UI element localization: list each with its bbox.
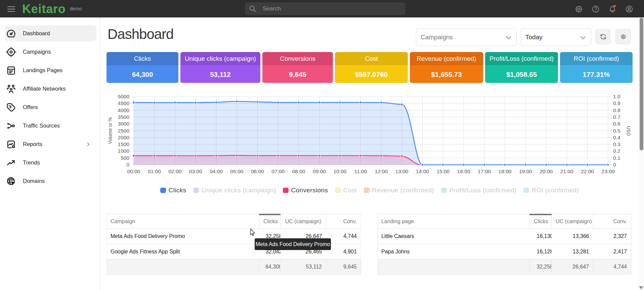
svg-text:16:00: 16:00 xyxy=(457,168,470,174)
svg-text:19:00: 19:00 xyxy=(519,168,532,174)
svg-text:04:00: 04:00 xyxy=(210,168,223,174)
svg-text:3000: 3000 xyxy=(118,121,130,127)
svg-text:0: 0 xyxy=(126,162,129,167)
svg-text:11:00: 11:00 xyxy=(354,168,367,174)
svg-text:18:00: 18:00 xyxy=(499,168,512,174)
svg-text:4000: 4000 xyxy=(118,107,130,113)
svg-text:05:00: 05:00 xyxy=(230,168,244,174)
svg-text:Volume or %: Volume or % xyxy=(108,117,113,144)
svg-text:02:00: 02:00 xyxy=(168,168,181,174)
svg-text:500: 500 xyxy=(121,155,129,161)
svg-text:1.0: 1.0 xyxy=(613,94,620,99)
svg-text:5000: 5000 xyxy=(118,94,130,99)
svg-text:23:00: 23:00 xyxy=(602,168,615,174)
svg-text:01:00: 01:00 xyxy=(148,168,161,174)
svg-text:1500: 1500 xyxy=(118,141,130,147)
svg-text:0.8: 0.8 xyxy=(613,107,620,113)
svg-text:00:00: 00:00 xyxy=(127,168,140,174)
svg-text:$: $ xyxy=(9,104,12,109)
svg-text:0.4: 0.4 xyxy=(613,135,620,140)
svg-text:09:00: 09:00 xyxy=(313,168,326,174)
svg-text:0.2: 0.2 xyxy=(613,148,620,154)
svg-text:14:00: 14:00 xyxy=(416,168,429,174)
svg-text:0.6: 0.6 xyxy=(613,121,620,127)
svg-text:12:00: 12:00 xyxy=(375,168,388,174)
svg-text:2000: 2000 xyxy=(118,135,130,140)
svg-text:0.3: 0.3 xyxy=(613,141,620,147)
svg-text:2500: 2500 xyxy=(118,128,130,134)
svg-text:21:00: 21:00 xyxy=(560,168,573,174)
svg-text:10:00: 10:00 xyxy=(334,168,347,174)
svg-text:17:00: 17:00 xyxy=(478,168,491,174)
svg-text:08:00: 08:00 xyxy=(292,168,305,174)
svg-text:1000: 1000 xyxy=(118,148,130,154)
svg-text:0.1: 0.1 xyxy=(613,155,620,161)
svg-text:0: 0 xyxy=(613,162,616,167)
svg-text:13:00: 13:00 xyxy=(395,168,409,174)
svg-text:4500: 4500 xyxy=(118,100,130,106)
svg-text:22:00: 22:00 xyxy=(581,168,594,174)
svg-text:20:00: 20:00 xyxy=(540,168,553,174)
svg-text:15:00: 15:00 xyxy=(436,168,449,174)
svg-text:06:00: 06:00 xyxy=(251,168,264,174)
svg-text:0.7: 0.7 xyxy=(613,114,620,120)
svg-text:0.5: 0.5 xyxy=(613,128,620,134)
svg-text:07:00: 07:00 xyxy=(271,168,285,174)
svg-text:0.9: 0.9 xyxy=(613,100,620,106)
svg-text:USD: USD xyxy=(626,126,631,136)
svg-text:3500: 3500 xyxy=(118,114,130,120)
svg-text:03:00: 03:00 xyxy=(189,168,202,174)
